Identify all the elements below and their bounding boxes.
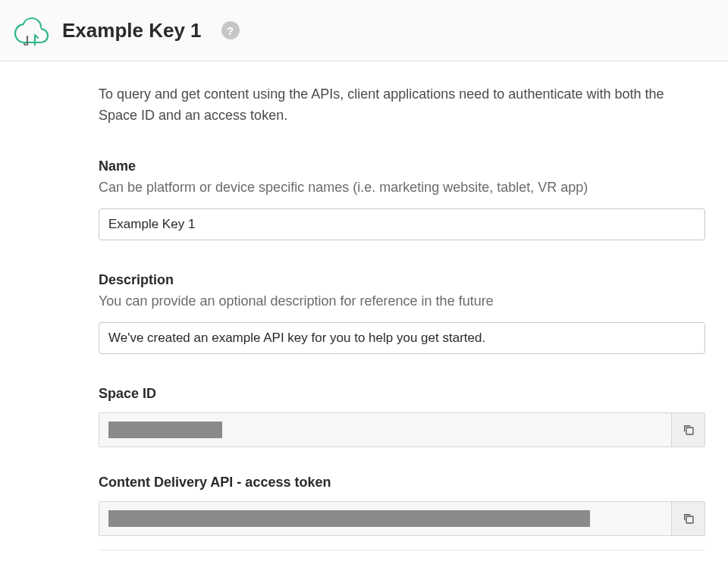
- redacted-value: [108, 510, 590, 527]
- space-id-label: Space ID: [99, 386, 705, 402]
- access-token-value[interactable]: [99, 502, 671, 535]
- cloud-upload-icon: [12, 15, 49, 45]
- svg-rect-1: [686, 516, 693, 523]
- space-id-value-wrap: [99, 412, 705, 447]
- section-divider: [99, 550, 705, 550]
- space-id-value[interactable]: [99, 413, 671, 447]
- copy-space-id-button[interactable]: [671, 413, 704, 447]
- help-icon[interactable]: ?: [221, 21, 240, 39]
- name-label: Name: [99, 158, 705, 174]
- access-token-label: Content Delivery API - access token: [99, 475, 705, 491]
- intro-text: To query and get content using the APIs,…: [99, 84, 705, 127]
- access-token-value-wrap: [99, 501, 705, 536]
- name-field-group: Name Can be platform or device specific …: [99, 158, 705, 240]
- name-input[interactable]: [99, 208, 705, 240]
- copy-icon: [682, 423, 695, 437]
- copy-access-token-button[interactable]: [671, 502, 704, 535]
- name-hint: Can be platform or device specific names…: [99, 177, 705, 198]
- space-id-field-group: Space ID: [99, 386, 705, 447]
- copy-icon: [682, 512, 695, 525]
- redacted-value: [108, 422, 222, 438]
- description-field-group: Description You can provide an optional …: [99, 272, 705, 354]
- description-input[interactable]: [99, 322, 705, 354]
- page-header: Example Key 1 ?: [0, 0, 728, 61]
- svg-rect-0: [686, 428, 693, 434]
- description-hint: You can provide an optional description …: [99, 291, 705, 312]
- main-content: To query and get content using the APIs,…: [0, 61, 728, 583]
- description-label: Description: [99, 272, 705, 288]
- page-title: Example Key 1: [62, 19, 202, 42]
- access-token-field-group: Content Delivery API - access token: [99, 475, 705, 550]
